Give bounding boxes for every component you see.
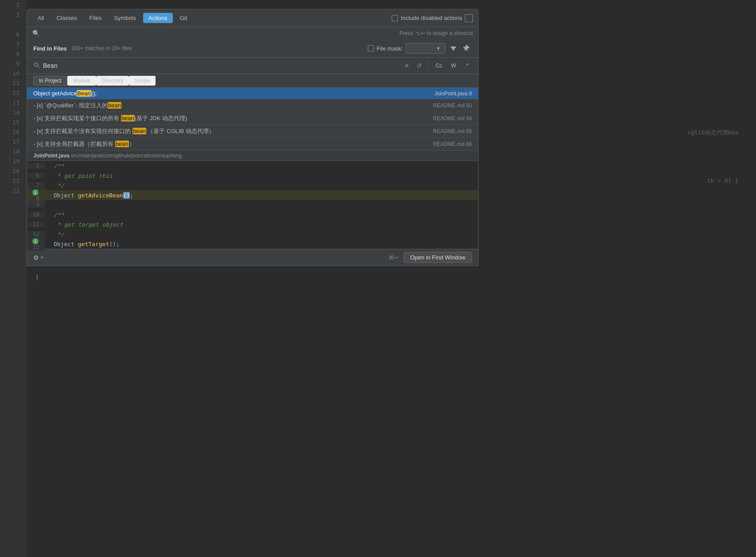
- open-in-find-window-btn[interactable]: Open in Find Window: [404, 252, 472, 263]
- open-shortcut-hint: ⌘↩: [389, 255, 398, 261]
- search-row-icon: [33, 62, 40, 70]
- code-line-5: 5 /**: [27, 161, 478, 171]
- search-popup: All Classes Files Symbols Actions Git In…: [27, 9, 479, 266]
- refresh-icon[interactable]: ↺: [414, 60, 425, 71]
- gutter-line-7: 8: [0, 49, 23, 59]
- editor-brace-line: }: [35, 274, 39, 281]
- global-search-bar: 🔍 Press ⌥↩ to assign a shortcut: [27, 27, 479, 39]
- search-value: Bean: [43, 62, 58, 69]
- scope-tab-module[interactable]: Module: [67, 76, 96, 86]
- result-file-2: README.md 50: [433, 102, 472, 109]
- code-line-7: 7 */: [27, 180, 478, 190]
- gutter-line-5: 6: [0, 29, 23, 39]
- right-side-code: th > 0) {: [707, 177, 738, 184]
- filter-icon[interactable]: [448, 43, 459, 54]
- pin-icon[interactable]: [461, 43, 472, 54]
- gutter-line-17: 18: [0, 146, 23, 156]
- code-line-12: 12 */: [27, 229, 478, 239]
- shortcut-checkbox: [465, 14, 473, 22]
- result-row-1[interactable]: Object getAdviceBean(); JoinPoint.java 8: [27, 88, 478, 99]
- include-disabled-checkbox[interactable]: [392, 15, 398, 21]
- gutter-line-16: 17: [0, 137, 23, 146]
- scope-tabs: In Project Module Directory Scope: [27, 74, 478, 88]
- search-actions: ✕ ↺ Cc W .*: [401, 60, 472, 71]
- include-disabled-container: Include disabled actions: [392, 14, 473, 22]
- gutter-line-2: 2: [0, 0, 23, 10]
- code-preview: 5 /** 6 * get point this 7 */ i 8 Object…: [27, 161, 478, 249]
- result-file-1: JoinPoint.java 8: [434, 90, 472, 97]
- preview-filename: JoinPoint.java: [33, 153, 69, 159]
- right-side-text: cglib动态代理bea: [687, 129, 738, 137]
- gutter-line-9: 10: [0, 68, 23, 78]
- file-mask-checkbox[interactable]: [368, 45, 374, 51]
- scope-tab-directory[interactable]: Directory: [96, 76, 129, 86]
- find-in-files-dialog: Find in Files 100+ matches in 20+ files …: [27, 39, 479, 266]
- result-row-2[interactable]: - [x] `@Qualifier`: 指定注入的bean README.md …: [27, 99, 478, 112]
- gear-icon: ⚙: [33, 254, 39, 261]
- file-mask-input[interactable]: [406, 43, 437, 53]
- match-count: 100+ matches in 20+ files: [71, 45, 132, 51]
- bean-highlight-3: bean: [121, 115, 135, 122]
- tab-all[interactable]: All: [32, 13, 49, 23]
- settings-gear-btn[interactable]: ⚙ ▾: [33, 254, 43, 261]
- gutter-line-21: 22: [0, 185, 23, 195]
- result-text-2: - [x] `@Qualifier`: 指定注入的bean: [33, 102, 429, 110]
- code-line-13: i 13 Object getTarget();: [27, 239, 478, 249]
- global-search-input[interactable]: [43, 30, 400, 37]
- scope-tab-scope[interactable]: Scope: [129, 76, 156, 86]
- clear-search-icon[interactable]: ✕: [401, 60, 412, 71]
- search-input-row: Bean ✕ ↺ Cc W .*: [27, 58, 478, 74]
- tab-classes[interactable]: Classes: [51, 13, 82, 23]
- result-file-3: README.md 64: [433, 115, 472, 122]
- svg-line-1: [38, 66, 39, 67]
- file-mask-input-container: ▾: [405, 43, 445, 54]
- result-file-4: README.md 65: [433, 128, 472, 134]
- tabs-bar: All Classes Files Symbols Actions Git In…: [27, 9, 479, 27]
- breakpoint-icon-13: i: [32, 238, 39, 244]
- gutter-line-11: 12: [0, 88, 23, 98]
- editor-line-gutter: 2 3 6 7 8 9 10 11 12 13 14 15 16 17 18 1…: [0, 0, 27, 557]
- bean-highlight-4: bean: [132, 128, 146, 134]
- result-text-3: - [x] 支持拦截实现某个接口的所有 bean(基于 JDK 动态代理): [33, 114, 429, 122]
- result-text-5: - [x] 支持全局拦截器（拦截所有 bean）: [33, 140, 429, 148]
- code-line-6: 6 * get point this: [27, 171, 478, 180]
- tab-symbols[interactable]: Symbols: [109, 13, 141, 23]
- svg-point-0: [35, 63, 38, 66]
- code-line-9: 9: [27, 200, 478, 210]
- tab-actions[interactable]: Actions: [143, 13, 173, 23]
- gear-dropdown-arrow: ▾: [41, 255, 43, 260]
- file-path-row: JoinPoint.java src/main/java/com/github/…: [27, 151, 478, 161]
- regex-btn[interactable]: .*: [461, 62, 472, 70]
- gutter-line-13: 14: [0, 107, 23, 117]
- results-list: Object getAdviceBean(); JoinPoint.java 8…: [27, 88, 478, 151]
- gutter-line-4: [0, 20, 23, 29]
- gutter-line-12: 13: [0, 98, 23, 107]
- gutter-line-18: 19: [0, 156, 23, 166]
- file-mask-dropdown-icon[interactable]: ▾: [437, 45, 441, 51]
- case-sensitive-btn[interactable]: Cc: [432, 62, 446, 70]
- gutter-line-20: 21: [0, 176, 23, 185]
- include-disabled-label: Include disabled actions: [401, 15, 462, 21]
- find-header: Find in Files 100+ matches in 20+ files …: [27, 39, 478, 58]
- code-line-8: i 8 Object getAdviceBean();: [27, 190, 478, 200]
- bean-highlight-5: bean: [115, 141, 129, 147]
- tab-git[interactable]: Git: [175, 13, 193, 23]
- preview-filepath: src/main/java/com/github/jsoncat/core/ao…: [71, 153, 182, 159]
- code-line-11: 11 * get target object: [27, 220, 478, 229]
- search-divider: [428, 62, 429, 70]
- gutter-line-10: 11: [0, 78, 23, 88]
- result-row-5[interactable]: - [x] 支持全局拦截器（拦截所有 bean） README.md 66: [27, 138, 478, 151]
- whole-word-btn[interactable]: W: [448, 62, 460, 70]
- result-row-4[interactable]: - [x] 支持拦截某个没有实现任何接口的 bean （基于 CGLIB 动态代…: [27, 125, 478, 138]
- bean-highlight-2: bean: [108, 102, 121, 109]
- scope-tab-in-project[interactable]: In Project: [33, 76, 67, 86]
- tab-files[interactable]: Files: [84, 13, 107, 23]
- bean-highlight-preview: (): [123, 192, 130, 199]
- gutter-line-15: 16: [0, 127, 23, 137]
- gutter-line-6: 7: [0, 39, 23, 49]
- search-icon: 🔍: [32, 30, 40, 37]
- shortcut-hint: Press ⌥↩ to assign a shortcut: [400, 30, 473, 36]
- result-row-3[interactable]: - [x] 支持拦截实现某个接口的所有 bean(基于 JDK 动态代理) RE…: [27, 112, 478, 125]
- result-text-1: Object getAdviceBean();: [33, 90, 430, 97]
- result-file-5: README.md 66: [433, 141, 472, 147]
